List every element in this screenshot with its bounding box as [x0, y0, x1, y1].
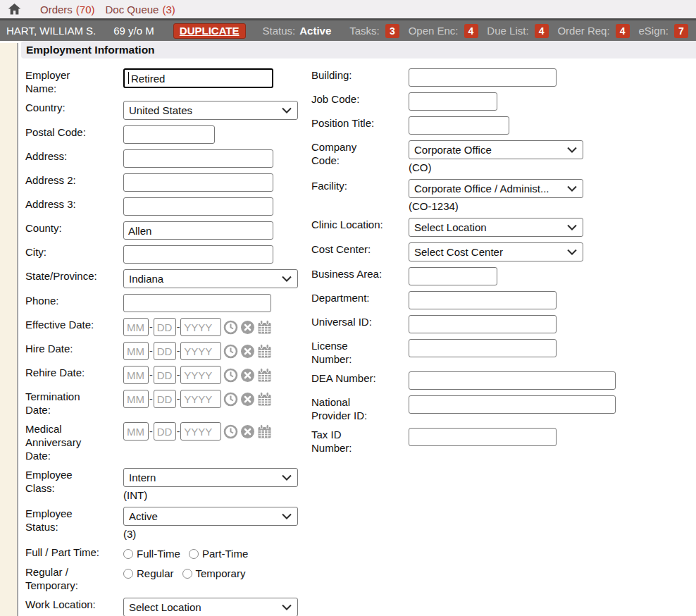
license-number-input[interactable]: [409, 339, 557, 357]
orders-link[interactable]: Orders (70): [40, 4, 95, 16]
employee-status-row: Employee Status: Active (3): [25, 507, 311, 540]
address2-label: Address 2:: [25, 173, 100, 187]
part-time-radio[interactable]: Part-Time: [189, 548, 248, 560]
clock-icon[interactable]: [223, 368, 238, 383]
calendar-icon[interactable]: [257, 344, 272, 359]
position-title-input[interactable]: [409, 116, 509, 135]
company-code-row: Company Code: Corporate Office (CO): [311, 140, 696, 173]
business-area-label: Business Area:: [311, 267, 383, 281]
regular-radio[interactable]: Regular: [123, 567, 174, 579]
date-separator: -: [149, 369, 153, 381]
employee-class-code: (INT): [123, 489, 298, 501]
termination-date-mm-input[interactable]: [123, 390, 149, 408]
clock-icon[interactable]: [223, 392, 238, 407]
clock-icon[interactable]: [223, 424, 238, 439]
clinic-location-select[interactable]: Select Location: [409, 218, 583, 237]
county-input[interactable]: [123, 221, 273, 240]
full-time-radio-label: Full-Time: [137, 548, 180, 560]
medical-anniversary-date-mm-input[interactable]: [123, 422, 149, 441]
cost-center-select[interactable]: Select Cost Center: [409, 242, 583, 261]
duplicate-badge[interactable]: DUPLICATE: [173, 23, 246, 39]
company-code-select[interactable]: Corporate Office: [409, 140, 583, 159]
employee-status-select[interactable]: Active: [123, 507, 298, 526]
universal-id-input[interactable]: [409, 315, 557, 333]
rehire-date-dd-input[interactable]: [154, 366, 176, 384]
temporary-radio[interactable]: Temporary: [182, 567, 246, 579]
position-title-row: Position Title:: [311, 116, 696, 135]
esign-label: eSign:: [638, 25, 669, 37]
dea-number-input[interactable]: [409, 371, 616, 390]
phone-row: Phone:: [25, 294, 311, 312]
address3-row: Address 3:: [25, 197, 311, 216]
clock-icon[interactable]: [223, 320, 238, 335]
employee-status-select-value: Active: [129, 510, 158, 522]
clear-icon[interactable]: [240, 320, 255, 335]
calendar-icon[interactable]: [257, 424, 272, 439]
clinic-location-select-value: Select Location: [414, 221, 487, 233]
order-req-count-badge[interactable]: 4: [616, 24, 630, 38]
medical-anniversary-date-dd-input[interactable]: [154, 422, 176, 441]
clear-icon[interactable]: [240, 368, 255, 383]
cost-center-row: Cost Center: Select Cost Center: [311, 242, 696, 261]
chevron-down-icon: [282, 604, 292, 610]
hire-date-dd-input[interactable]: [154, 342, 176, 360]
state-label: State/Province:: [25, 269, 100, 283]
clear-icon[interactable]: [240, 392, 255, 407]
address-row: Address:: [25, 149, 311, 168]
employer-name-input[interactable]: [123, 68, 273, 88]
doc-queue-link[interactable]: Doc Queue (3): [106, 4, 175, 16]
date-separator: -: [149, 426, 153, 437]
employee-class-select[interactable]: Intern: [123, 468, 298, 487]
rehire-date-mm-input[interactable]: [123, 366, 149, 384]
country-select[interactable]: United States: [123, 101, 298, 120]
chevron-down-icon: [567, 249, 577, 255]
business-area-input[interactable]: [409, 267, 497, 285]
chevron-down-icon: [282, 107, 292, 113]
facility-select[interactable]: Corporate Office / Administ...: [409, 179, 583, 198]
clear-icon[interactable]: [240, 344, 255, 359]
part-time-radio-label: Part-Time: [202, 548, 248, 560]
effective-date-yyyy-input[interactable]: [180, 318, 221, 336]
status-label: Status:: [263, 25, 296, 37]
termination-date-yyyy-input[interactable]: [180, 390, 221, 408]
hire-date-yyyy-input[interactable]: [180, 342, 221, 360]
rehire-date-yyyy-input[interactable]: [180, 366, 221, 384]
calendar-icon[interactable]: [257, 320, 272, 335]
national-provider-id-input[interactable]: [409, 395, 616, 414]
termination-date-dd-input[interactable]: [154, 390, 176, 408]
company-code-code: (CO): [409, 161, 583, 173]
city-input[interactable]: [123, 245, 273, 264]
clear-icon[interactable]: [240, 424, 255, 439]
building-label: Building:: [311, 68, 383, 82]
state-select[interactable]: Indiana: [123, 269, 298, 288]
effective-date-mm-input[interactable]: [123, 318, 149, 336]
calendar-icon[interactable]: [257, 392, 272, 407]
employee-class-row: Employee Class: Intern (INT): [25, 468, 311, 501]
regular-radio-label: Regular: [137, 567, 174, 579]
tax-id-number-input[interactable]: [409, 428, 557, 446]
date-separator: -: [149, 345, 153, 357]
medical-anniversary-date-yyyy-input[interactable]: [180, 422, 221, 441]
clock-icon[interactable]: [223, 344, 238, 359]
address2-input[interactable]: [123, 173, 273, 192]
postal-code-input[interactable]: [123, 125, 215, 144]
tasks-count-badge[interactable]: 3: [385, 24, 399, 38]
due-list-count-badge[interactable]: 4: [535, 24, 549, 38]
radio-icon: [123, 569, 133, 579]
home-icon[interactable]: [7, 2, 22, 16]
job-code-input[interactable]: [409, 92, 497, 111]
effective-date-dd-input[interactable]: [154, 318, 176, 336]
work-location-select[interactable]: Select Location: [123, 598, 298, 616]
building-input[interactable]: [409, 68, 557, 87]
full-time-radio[interactable]: Full-Time: [123, 548, 180, 560]
phone-input[interactable]: [123, 294, 271, 312]
postal-code-label: Postal Code:: [25, 125, 100, 139]
hire-date-mm-input[interactable]: [123, 342, 149, 360]
esign-count-badge[interactable]: 7: [674, 24, 688, 38]
address3-input[interactable]: [123, 197, 273, 216]
universal-id-row: Universal ID:: [311, 315, 696, 333]
calendar-icon[interactable]: [257, 368, 272, 383]
open-enc-count-badge[interactable]: 4: [464, 24, 478, 38]
department-input[interactable]: [409, 291, 557, 309]
address-input[interactable]: [123, 149, 273, 168]
